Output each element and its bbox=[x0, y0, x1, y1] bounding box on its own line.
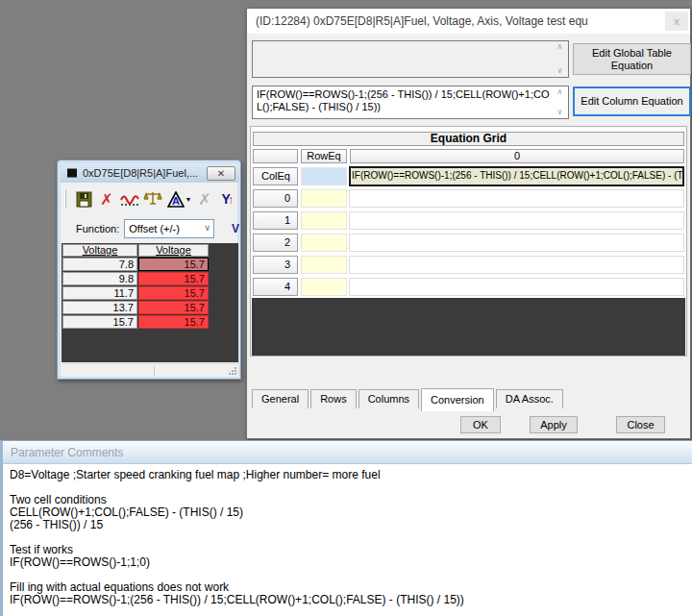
parameter-comments-title: Parameter Comments bbox=[11, 441, 692, 464]
grid-corner-header[interactable] bbox=[253, 149, 298, 163]
grid-data-cell[interactable] bbox=[349, 256, 684, 274]
grid-roweq-cell[interactable] bbox=[301, 211, 347, 230]
chevron-down-icon: ∨ bbox=[204, 223, 210, 233]
dialog-titlebar[interactable]: (ID:12284) 0xD75E[D8|R5|A]Fuel, Voltage,… bbox=[247, 9, 690, 34]
close-button[interactable]: Close bbox=[616, 416, 665, 433]
save-icon[interactable] bbox=[72, 188, 95, 209]
clipped-label: V bbox=[232, 222, 239, 235]
trace-graph-icon[interactable] bbox=[118, 188, 141, 209]
parameter-comments-text[interactable]: D8=Voltage ;Starter speed cranking fuel … bbox=[3, 464, 692, 606]
grid-data-cell[interactable] bbox=[349, 189, 684, 208]
function-dropdown-value: Offset (+/-) bbox=[129, 223, 180, 234]
grid-roweq-cell[interactable] bbox=[301, 189, 347, 208]
value-cell[interactable]: 15.7 bbox=[138, 272, 209, 285]
grid-rowheader[interactable]: 3 bbox=[253, 256, 298, 274]
equation-grid-title: Equation Grid bbox=[253, 132, 684, 146]
status-divider bbox=[154, 366, 155, 376]
scales-icon[interactable] bbox=[141, 188, 164, 209]
table-window: 0xD75E[D8|R5|A]Fuel,... ✕ ✗ bbox=[57, 160, 241, 380]
column-equation-value: IF(ROW()==ROWS()-1;(256 - THIS()) / 15;C… bbox=[257, 88, 549, 112]
scroll-arrows-icon[interactable]: ∧∨ bbox=[554, 88, 566, 116]
comment-line: D8=Voltage ;Starter speed cranking fuel … bbox=[10, 469, 692, 481]
axis-cell[interactable]: 9.8 bbox=[62, 272, 137, 285]
value-cell[interactable]: 15.7 bbox=[138, 301, 209, 314]
dialog-close-button[interactable]: x bbox=[665, 12, 688, 31]
axis-cell[interactable]: 15.7 bbox=[62, 315, 137, 329]
dropdown-arrow-icon[interactable]: ▾ bbox=[184, 188, 193, 209]
comment-line: IF(ROW()==ROWS()-1;1;0) bbox=[10, 556, 692, 569]
table-window-title: 0xD75E[D8|R5|A]Fuel,... bbox=[83, 167, 207, 179]
scroll-arrows-icon[interactable]: ∧∨ bbox=[554, 43, 566, 75]
column-header-axis[interactable]: Voltage bbox=[62, 244, 137, 257]
grid-rowheader[interactable]: 0 bbox=[253, 189, 298, 208]
table-toolbar: ✗ A ▾ bbox=[61, 184, 239, 214]
grid-roweq-cell[interactable] bbox=[301, 278, 347, 296]
tab-conversion[interactable]: Conversion bbox=[421, 388, 494, 411]
grid-coleq-rowheader[interactable]: ColEq bbox=[253, 167, 298, 185]
grid-data-cell[interactable] bbox=[349, 211, 684, 230]
value-cell[interactable]: 15.7 bbox=[138, 286, 209, 300]
axis-cell[interactable]: 13.7 bbox=[62, 301, 137, 314]
resize-grip[interactable] bbox=[228, 366, 236, 375]
close-button[interactable]: ✕ bbox=[207, 166, 235, 181]
grid-roweq-cell[interactable] bbox=[301, 234, 347, 252]
axis-cell[interactable]: 7.8 bbox=[62, 258, 137, 271]
column-header-value[interactable]: Voltage bbox=[138, 244, 209, 257]
grid-col0-header[interactable]: 0 bbox=[350, 149, 684, 163]
grid-roweq-header[interactable]: RowEq bbox=[301, 149, 347, 163]
dialog-tabs: General Rows Columns Conversion DA Assoc… bbox=[252, 389, 565, 410]
tab-columns[interactable]: Columns bbox=[358, 389, 419, 408]
grid-data-cell[interactable] bbox=[349, 234, 684, 252]
chip-icon bbox=[65, 168, 79, 178]
grid-coleq-roweq-cell[interactable] bbox=[301, 167, 347, 185]
value-cell-selected[interactable]: 15.7 bbox=[138, 258, 209, 271]
voltage-table: Voltage Voltage 7.8 15.7 9.8 15.7 11.7 1… bbox=[62, 243, 238, 362]
equation-dialog: (ID:12284) 0xD75E[D8|R5|A]Fuel, Voltage,… bbox=[246, 8, 691, 439]
dialog-title: (ID:12284) 0xD75E[D8|R5|A]Fuel, Voltage,… bbox=[256, 9, 588, 34]
y-axis-arrow-icon[interactable]: Y↑ bbox=[216, 188, 239, 209]
grid-coleq-equation-cell[interactable]: IF(ROW()==ROWS()-1;(256 - THIS()) / 15;C… bbox=[349, 166, 684, 186]
status-bar bbox=[62, 363, 238, 377]
grid-rowheader[interactable]: 1 bbox=[253, 211, 298, 230]
function-label: Function: bbox=[76, 223, 119, 234]
comment-line: (256 - THIS()) / 15 bbox=[10, 519, 692, 531]
toolbar-gripper[interactable] bbox=[64, 189, 66, 209]
global-equation-field[interactable]: ∧∨ bbox=[252, 40, 569, 78]
grid-data-cell[interactable] bbox=[349, 278, 684, 296]
edit-global-table-equation-button[interactable]: Edit Global Table Equation bbox=[573, 43, 691, 75]
function-row: Function: Offset (+/-) ∨ V bbox=[61, 216, 239, 241]
parameter-comments-header: Parameter Comments bbox=[3, 441, 692, 464]
tab-da-assoc[interactable]: DA Assoc. bbox=[496, 389, 563, 408]
tab-general[interactable]: General bbox=[252, 389, 309, 408]
grid-roweq-cell[interactable] bbox=[301, 256, 347, 274]
equation-grid: Equation Grid RowEq 0 ColEq IF(ROW()==RO… bbox=[250, 126, 687, 357]
apply-button[interactable]: Apply bbox=[530, 416, 578, 433]
comment-line: IF(ROW()==ROWS()-1;(256 - THIS()) / 15;C… bbox=[10, 594, 692, 606]
value-cell[interactable]: 15.7 bbox=[138, 315, 209, 329]
table-window-titlebar[interactable]: 0xD75E[D8|R5|A]Fuel,... ✕ bbox=[61, 163, 239, 183]
grid-rowheader[interactable]: 4 bbox=[253, 278, 298, 296]
grid-empty-area bbox=[252, 298, 685, 356]
axis-cell[interactable]: 11.7 bbox=[62, 286, 137, 300]
parameter-comments-panel: Parameter Comments D8=Voltage ;Starter s… bbox=[0, 440, 692, 616]
disabled-x-icon: ✗ bbox=[193, 188, 216, 209]
function-dropdown[interactable]: Offset (+/-) ∨ bbox=[124, 219, 214, 238]
column-equation-field[interactable]: IF(ROW()==ROWS()-1;(256 - THIS()) / 15;C… bbox=[252, 86, 569, 119]
edit-column-equation-button[interactable]: Edit Column Equation bbox=[573, 86, 691, 116]
grid-rowheader[interactable]: 2 bbox=[253, 234, 298, 252]
comment-line bbox=[10, 481, 692, 494]
tab-rows[interactable]: Rows bbox=[310, 389, 357, 408]
comment-line: CELL(ROW()+1;COL();FALSE) - (THIS() / 15… bbox=[10, 506, 692, 519]
delete-x-icon[interactable]: ✗ bbox=[95, 188, 118, 209]
svg-text:A: A bbox=[172, 195, 180, 207]
comment-line bbox=[10, 531, 692, 544]
ok-button[interactable]: OK bbox=[460, 416, 501, 433]
